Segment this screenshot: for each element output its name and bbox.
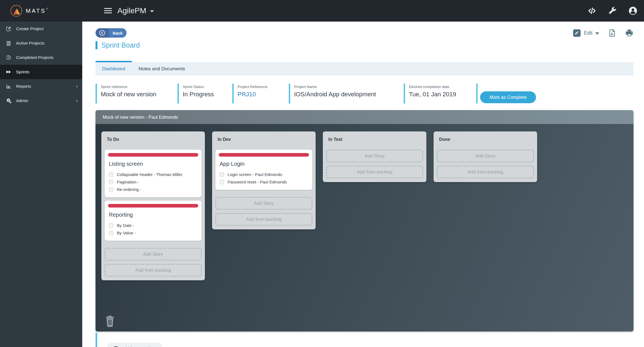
tab-dashboard[interactable]: Dashboard bbox=[96, 62, 132, 76]
edit-menu-label[interactable]: Edit bbox=[584, 30, 593, 36]
task-row[interactable]: By Date - bbox=[109, 223, 198, 228]
info-field-value[interactable]: PRJ10 bbox=[238, 91, 267, 98]
board-column-in-test: In TestAdd StoryAdd from backlog bbox=[323, 131, 426, 182]
info-field-label: Sprint reference bbox=[101, 85, 156, 89]
chevron-down-icon bbox=[150, 10, 154, 12]
history-icon bbox=[5, 55, 12, 61]
story-card-app-login[interactable]: App LoginLogin screen - Paul EdmondsPass… bbox=[215, 150, 312, 190]
info-divider bbox=[476, 84, 478, 103]
story-title: App Login bbox=[220, 161, 309, 167]
sidebar-item-create-project[interactable]: Create Project bbox=[0, 22, 82, 36]
sidebar-item-label: Sprints bbox=[16, 69, 29, 74]
board-column-in-dev: In DevApp LoginLogin screen - Paul Edmon… bbox=[212, 131, 316, 229]
column-title: In Dev bbox=[218, 137, 312, 142]
task-row[interactable]: Collapsable header - Thomas Miller bbox=[109, 172, 198, 177]
story-title: Listing screen bbox=[109, 161, 198, 167]
sidebar-item-active-projects[interactable]: Active Projects bbox=[0, 36, 82, 50]
add-from-backlog-button[interactable]: Add from backlog bbox=[437, 166, 534, 178]
info-field-desired-completion-date: Desired completion dateTue, 01 Jan 2019 bbox=[404, 84, 456, 103]
toolbar-row: Back Edit bbox=[96, 28, 633, 38]
task-checkbox[interactable] bbox=[109, 180, 113, 184]
sidebar-toggle-icon[interactable] bbox=[104, 7, 112, 14]
task-row[interactable]: Password reset - Paul Edmonds bbox=[220, 180, 309, 184]
top-header: MATS® AgilePM bbox=[0, 0, 644, 22]
add-from-backlog-button[interactable]: Add from backlog bbox=[105, 264, 202, 276]
sidebar-item-label: Create Project bbox=[16, 26, 43, 31]
sprint-info-row: Sprint referenceMock of new versionSprin… bbox=[96, 83, 633, 104]
sidebar-item-admin[interactable]: Admin› bbox=[0, 94, 82, 108]
story-card-listing-screen[interactable]: Listing screenCollapsable header - Thoma… bbox=[105, 150, 202, 197]
story-card-reporting[interactable]: ReportingBy Date -By Value - bbox=[105, 201, 202, 241]
info-field-label: Sprint Status bbox=[183, 85, 214, 89]
sidebar-item-label: Reports bbox=[16, 84, 31, 89]
task-checkbox[interactable] bbox=[109, 223, 113, 228]
info-field-value: IOS/Android App development bbox=[294, 91, 376, 98]
edit-pencil-icon[interactable] bbox=[573, 29, 581, 37]
info-field-project-name: Project NameIOS/Android App development bbox=[289, 84, 376, 103]
task-checkbox[interactable] bbox=[220, 172, 224, 177]
bar-chart-icon bbox=[5, 83, 12, 89]
story-priority-bar bbox=[108, 153, 198, 157]
task-label: Re-ordering - bbox=[117, 187, 141, 192]
sidebar-item-reports[interactable]: Reports› bbox=[0, 79, 82, 94]
add-story-button[interactable]: Add Story bbox=[105, 248, 202, 260]
back-button-label: Back bbox=[109, 28, 127, 38]
task-row[interactable]: Login screen - Paul Edmonds bbox=[220, 172, 309, 177]
sprint-board-panel: Mock of new version - Paul Edmonds To Do… bbox=[96, 110, 633, 332]
sidebar-item-label: Active Projects bbox=[16, 41, 45, 46]
info-field-sprint-reference: Sprint referenceMock of new version bbox=[96, 84, 156, 103]
tab-notes-and-documents[interactable]: Notes and Documents bbox=[132, 62, 192, 76]
board-title: Mock of new version - Paul Edmonds bbox=[103, 115, 178, 120]
add-from-backlog-button[interactable]: Add from backlog bbox=[326, 166, 423, 178]
code-icon[interactable] bbox=[588, 6, 596, 15]
info-field-label: Desired completion date bbox=[409, 85, 456, 89]
sidebar-item-sprints[interactable]: Sprints bbox=[0, 65, 82, 79]
sidebar-item-completed-projects[interactable]: Completed Projects bbox=[0, 50, 82, 65]
gears-icon bbox=[5, 98, 12, 104]
board-body: To DoListing screenCollapsable header - … bbox=[96, 124, 633, 332]
trash-icon[interactable] bbox=[105, 315, 115, 327]
column-actions: Add StoryAdd from backlog bbox=[437, 150, 534, 178]
task-row[interactable]: Pagination - bbox=[109, 180, 198, 184]
sidebar-nav: Create ProjectActive ProjectsCompleted P… bbox=[0, 22, 82, 347]
task-checkbox[interactable] bbox=[109, 231, 113, 235]
add-from-backlog-button[interactable]: Add from backlog bbox=[215, 213, 312, 226]
board-columns: To DoListing screenCollapsable header - … bbox=[101, 131, 628, 280]
task-checkbox[interactable] bbox=[109, 187, 113, 192]
document-actions: Edit bbox=[573, 28, 633, 38]
page-title-row: Sprint Board bbox=[96, 40, 140, 50]
export-pdf-icon[interactable] bbox=[608, 29, 616, 37]
app-title-menu[interactable]: AgilePM bbox=[117, 0, 154, 22]
column-title: In Test bbox=[328, 137, 423, 142]
board-header: Mock of new version - Paul Edmonds bbox=[96, 110, 633, 124]
task-row[interactable]: By Value - bbox=[109, 231, 198, 235]
task-label: By Date - bbox=[117, 223, 134, 228]
brand-trademark: ® bbox=[46, 7, 49, 10]
story-priority-bar bbox=[219, 153, 309, 157]
story-priority-bar bbox=[108, 204, 198, 208]
mark-as-complete-button[interactable]: Mark as Complete bbox=[480, 91, 536, 103]
add-story-button[interactable]: Add Story bbox=[326, 150, 423, 162]
add-from-backlog-footer-button[interactable]: Add from Backlog bbox=[107, 343, 163, 347]
task-checkbox[interactable] bbox=[220, 180, 224, 184]
brand-name: MATS® bbox=[26, 7, 49, 14]
task-label: Login screen - Paul Edmonds bbox=[228, 172, 282, 177]
task-checkbox[interactable] bbox=[109, 172, 113, 177]
user-icon[interactable] bbox=[628, 6, 637, 15]
task-row[interactable]: Re-ordering - bbox=[109, 187, 198, 192]
wrench-icon[interactable] bbox=[608, 6, 617, 15]
task-label: Pagination - bbox=[117, 180, 139, 184]
print-icon[interactable] bbox=[625, 29, 633, 37]
tab-label: Dashboard bbox=[102, 66, 125, 72]
add-story-button[interactable]: Add Story bbox=[215, 197, 312, 209]
info-field-value: Tue, 01 Jan 2019 bbox=[409, 91, 456, 98]
back-button[interactable]: Back bbox=[96, 28, 127, 38]
app-root: MATS® AgilePM bbox=[0, 0, 644, 347]
brand[interactable]: MATS® bbox=[11, 0, 49, 22]
board-column-to-do: To DoListing screenCollapsable header - … bbox=[101, 131, 205, 280]
add-story-button[interactable]: Add Story bbox=[437, 150, 534, 162]
column-actions: Add StoryAdd from backlog bbox=[326, 150, 423, 178]
backlog-button-label: Add from Backlog bbox=[122, 346, 155, 347]
board-column-done: DoneAdd StoryAdd from backlog bbox=[434, 131, 537, 182]
edit-chevron-down-icon[interactable] bbox=[595, 32, 599, 35]
